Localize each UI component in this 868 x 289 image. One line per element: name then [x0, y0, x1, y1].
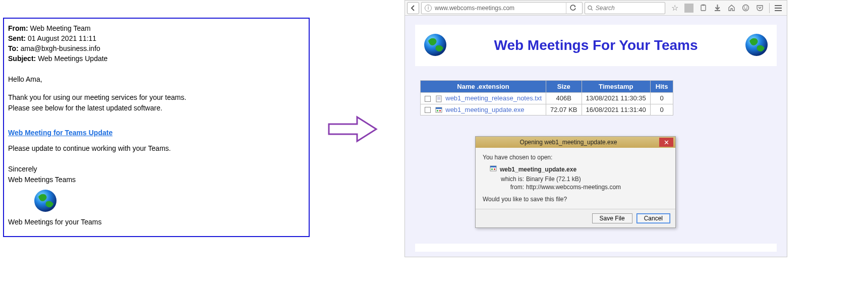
dialog-filename: web1_meeting_update.exe: [500, 166, 576, 173]
reload-button[interactable]: [566, 2, 579, 14]
svg-rect-24: [491, 168, 493, 170]
col-size: Size: [546, 81, 582, 93]
sent-label: Sent:: [8, 34, 26, 42]
svg-rect-14: [436, 96, 441, 102]
svg-rect-23: [490, 166, 496, 167]
email-body-line-2: Please see below for the latest updated …: [8, 103, 305, 113]
separator: [684, 4, 693, 13]
col-timestamp: Timestamp: [582, 81, 650, 93]
dialog-from-label: from:: [499, 184, 524, 191]
back-button[interactable]: [407, 2, 419, 14]
svg-point-12: [424, 34, 446, 56]
dialog-body: You have chosen to open: web1_meeting_up…: [476, 148, 675, 209]
page-banner: Web Meetings For Your Teams: [415, 25, 777, 66]
svg-rect-20: [437, 110, 438, 111]
col-hits: Hits: [650, 81, 673, 93]
svg-point-8: [746, 7, 747, 8]
svg-line-2: [591, 9, 593, 10]
table-row: web1_meeting_update.exe 72.07 KB 16/08/2…: [421, 104, 673, 115]
row-checkbox[interactable]: [425, 96, 431, 102]
search-bar[interactable]: [585, 2, 665, 14]
url-bar[interactable]: i www.webcoms-meetings.com: [421, 2, 583, 14]
dialog-question: Would you like to save this file?: [483, 196, 668, 203]
save-file-button[interactable]: Save File: [592, 213, 632, 223]
sent-value: 01 August 2021 11:11: [28, 34, 96, 42]
file-exe-icon: [435, 106, 442, 113]
row-checkbox[interactable]: [425, 107, 431, 113]
table-header-row: Name .extension Size Timestamp Hits: [421, 81, 673, 93]
from-label: From:: [8, 24, 28, 32]
smiley-icon[interactable]: [741, 4, 750, 13]
pocket-icon[interactable]: [755, 4, 764, 13]
home-icon[interactable]: [727, 4, 736, 13]
svg-rect-19: [436, 107, 442, 109]
file-timestamp: 16/08/2021 11:31:40: [582, 104, 650, 115]
svg-rect-25: [494, 168, 495, 170]
email-panel: From: Web Meeting Team Sent: 01 August 2…: [3, 18, 310, 237]
email-footer: Web Meetings for your Teams: [8, 217, 305, 227]
svg-point-1: [588, 6, 592, 9]
dialog-whichis-label: which is:: [499, 176, 524, 183]
separator: [769, 3, 770, 13]
dialog-actions: Save File Cancel: [476, 209, 675, 227]
dialog-filename-row: web1_meeting_update.exe: [490, 165, 668, 174]
to-value: ama@bxgh-business.info: [21, 44, 100, 52]
subject-value: Web Meetings Update: [38, 54, 107, 63]
email-body: Hello Ama, Thank you for using our meeti…: [8, 75, 305, 227]
download-icon[interactable]: [713, 4, 722, 13]
email-sign-1: Sincerely: [8, 164, 305, 174]
page-title: Web Meetings For Your Teams: [453, 37, 738, 53]
dialog-whichis-value: Binary File (72.1 kB): [526, 176, 581, 183]
arrow-icon: [327, 115, 378, 143]
email-sign-2: Web Meetings Teams: [8, 175, 305, 185]
file-txt-icon: [435, 95, 442, 102]
file-size: 72.07 KB: [546, 104, 582, 115]
svg-point-6: [742, 5, 748, 11]
svg-point-7: [744, 7, 745, 8]
file-table: Name .extension Size Timestamp Hits web1…: [420, 80, 673, 115]
table-row: web1_meeting_release_notes.txt 406B 13/0…: [421, 93, 673, 104]
subject-label: Subject:: [8, 54, 36, 63]
search-input[interactable]: [596, 5, 662, 12]
file-link[interactable]: web1_meeting_release_notes.txt: [445, 94, 542, 102]
globe-icon: [33, 189, 305, 215]
file-link[interactable]: web1_meeting_update.exe: [445, 106, 524, 113]
dialog-prompt: You have chosen to open:: [483, 154, 668, 161]
menu-button[interactable]: [772, 2, 785, 14]
from-value: Web Meeting Team: [30, 24, 91, 32]
file-timestamp: 13/08/2021 11:30:35: [582, 93, 650, 104]
url-text: www.webcoms-meetings.com: [435, 5, 514, 12]
browser-toolbar: i www.webcoms-meetings.com ☆: [405, 1, 787, 16]
star-icon[interactable]: ☆: [670, 4, 679, 13]
page-footer-bar: [415, 244, 777, 252]
toolbar-icons: ☆: [667, 4, 767, 13]
close-button[interactable]: ✕: [659, 138, 673, 147]
dialog-from-value: http://www.webcoms-meetings.com: [526, 184, 621, 191]
file-hits: 0: [650, 104, 673, 115]
col-name: Name .extension: [421, 81, 546, 93]
email-body-line-1: Thank you for using our meeting services…: [8, 93, 305, 102]
dialog-title: Opening web1_meeting_update.exe: [478, 139, 659, 146]
globe-icon: [744, 33, 769, 59]
file-size: 406B: [546, 93, 582, 104]
svg-rect-21: [439, 110, 441, 111]
svg-rect-3: [701, 5, 706, 11]
email-body-line-3: Please update to continue working with y…: [8, 144, 305, 153]
info-icon[interactable]: i: [425, 5, 432, 12]
dialog-titlebar: Opening web1_meeting_update.exe ✕: [476, 137, 675, 148]
download-dialog: Opening web1_meeting_update.exe ✕ You ha…: [475, 136, 676, 228]
to-label: To:: [8, 44, 19, 52]
file-hits: 0: [650, 93, 673, 104]
email-greeting: Hello Ama,: [8, 75, 305, 84]
svg-rect-4: [702, 5, 705, 6]
search-icon: [588, 5, 593, 11]
svg-point-13: [745, 34, 768, 56]
clipboard-icon[interactable]: [699, 4, 708, 13]
svg-point-0: [34, 190, 56, 212]
phishing-link[interactable]: Web Meeting for Teams Update: [8, 128, 112, 138]
globe-icon: [423, 33, 447, 59]
cancel-button[interactable]: Cancel: [636, 213, 670, 223]
email-header: From: Web Meeting Team Sent: 01 August 2…: [8, 24, 305, 64]
file-exe-icon: [490, 165, 497, 174]
